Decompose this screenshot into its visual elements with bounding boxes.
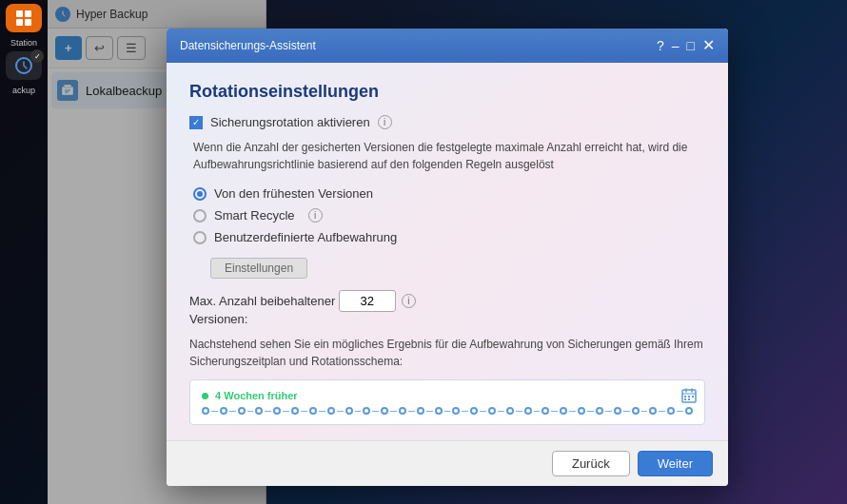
- t14: [435, 407, 443, 415]
- taskbar-station[interactable]: Station: [0, 0, 48, 48]
- t25: [632, 407, 640, 415]
- t17: [488, 407, 496, 415]
- t2: [220, 407, 227, 415]
- tl14: [444, 411, 451, 412]
- tl7: [319, 411, 325, 412]
- radio-smart[interactable]: Smart Recycle i: [193, 208, 705, 223]
- svg-rect-1: [25, 10, 31, 17]
- svg-rect-2: [16, 19, 23, 26]
- t8: [327, 407, 335, 415]
- timeline-dot-green: [202, 393, 208, 399]
- radio-earliest[interactable]: Von den frühesten Versionen: [193, 186, 705, 201]
- max-versions-label: Max. Anzahl beibehaltener: [189, 294, 335, 308]
- tl22: [587, 411, 594, 412]
- tl4: [265, 411, 271, 412]
- svg-rect-11: [692, 396, 694, 397]
- tl9: [355, 411, 362, 412]
- dialog-section-title: Rotationseinstellungen: [189, 82, 705, 102]
- sicherungsrotation-row[interactable]: ✓ Sicherungsrotation aktivieren i: [189, 115, 705, 129]
- radio-group: Von den frühesten Versionen Smart Recycl…: [189, 186, 705, 244]
- radio-custom-circle[interactable]: [193, 231, 207, 244]
- max-versions-info-icon[interactable]: i: [402, 294, 416, 308]
- tl15: [462, 411, 468, 412]
- tl26: [659, 411, 665, 412]
- t7: [309, 407, 317, 415]
- smart-recycle-info-icon[interactable]: i: [308, 208, 323, 223]
- t16: [470, 407, 478, 415]
- tl8: [337, 411, 344, 412]
- preview-text: Nachstehend sehen Sie ein mögliches Erge…: [189, 336, 705, 370]
- max-versions-input[interactable]: [339, 290, 396, 312]
- t22: [578, 407, 585, 415]
- svg-rect-13: [688, 398, 690, 400]
- dialog-minimize-button[interactable]: –: [672, 38, 680, 53]
- t11: [381, 407, 388, 415]
- dialog-footer: Zurück Weiter: [167, 440, 728, 486]
- sicherungsrotation-info-icon[interactable]: i: [378, 115, 392, 129]
- t18: [506, 407, 514, 415]
- tl1: [211, 411, 218, 412]
- radio-earliest-label: Von den frühesten Versionen: [214, 186, 373, 201]
- sicherungsrotation-checkbox[interactable]: ✓: [189, 116, 203, 129]
- settings-button[interactable]: Einstellungen: [210, 258, 307, 279]
- badge: ✓: [30, 49, 44, 63]
- back-button[interactable]: Zurück: [552, 451, 630, 476]
- tl11: [390, 411, 397, 412]
- dialog: Datensicherungs-Assistent ? – □ ✕ Rotati…: [167, 29, 728, 486]
- tl2: [229, 411, 236, 412]
- tl5: [283, 411, 289, 412]
- radio-smart-label: Smart Recycle: [214, 208, 295, 223]
- tl21: [569, 411, 576, 412]
- tl6: [301, 411, 307, 412]
- t1: [202, 407, 209, 415]
- taskbar: Station ✓ ackup: [0, 0, 48, 504]
- t3: [238, 407, 246, 415]
- tl20: [551, 411, 558, 412]
- tl12: [408, 411, 415, 412]
- taskbar-backup[interactable]: ✓ ackup: [0, 48, 48, 95]
- t13: [417, 407, 424, 415]
- timeline-track: [202, 407, 693, 415]
- tl19: [534, 411, 541, 412]
- tl24: [623, 411, 630, 412]
- station-label: Station: [10, 38, 37, 48]
- dialog-close-button[interactable]: ✕: [702, 38, 715, 53]
- versions-label: Versionen:: [189, 312, 247, 326]
- t4: [255, 407, 263, 415]
- backup-app-icon: ✓: [6, 51, 42, 80]
- t15: [452, 407, 460, 415]
- dialog-question-button[interactable]: ?: [657, 38, 664, 53]
- svg-rect-3: [25, 19, 31, 26]
- timeline-box: 4 Wochen früher: [189, 379, 705, 425]
- calendar-icon-button[interactable]: [681, 388, 697, 407]
- t26: [649, 407, 657, 415]
- radio-smart-circle[interactable]: [193, 209, 207, 223]
- radio-earliest-circle[interactable]: [193, 187, 207, 201]
- tl10: [372, 411, 379, 412]
- t27: [667, 407, 675, 415]
- dialog-maximize-button[interactable]: □: [687, 38, 695, 53]
- station-icon: [6, 4, 42, 32]
- t24: [614, 407, 621, 415]
- tl17: [498, 411, 504, 412]
- t19: [524, 407, 532, 415]
- tl18: [516, 411, 522, 412]
- svg-rect-12: [684, 398, 686, 400]
- tl27: [677, 411, 683, 412]
- backup-label: ackup: [12, 86, 35, 95]
- dialog-header: Datensicherungs-Assistent ? – □ ✕: [167, 29, 728, 63]
- tl3: [247, 411, 254, 412]
- t21: [560, 407, 567, 415]
- svg-rect-10: [688, 396, 690, 397]
- preview-section: Nachstehend sehen Sie ein mögliches Erge…: [189, 336, 705, 425]
- modal-overlay: Datensicherungs-Assistent ? – □ ✕ Rotati…: [48, 0, 847, 504]
- t28: [685, 407, 693, 415]
- t23: [596, 407, 603, 415]
- dialog-body: Rotationseinstellungen ✓ Sicherungsrotat…: [167, 63, 728, 440]
- svg-rect-9: [684, 396, 686, 397]
- radio-custom[interactable]: Benutzerdefinierte Aufbewahrung: [193, 230, 705, 244]
- next-button[interactable]: Weiter: [638, 451, 713, 476]
- radio-custom-label: Benutzerdefinierte Aufbewahrung: [214, 230, 397, 244]
- description-text: Wenn die Anzahl der gesicherten Versione…: [189, 139, 705, 173]
- max-versions-row: Max. Anzahl beibehaltener i: [189, 290, 705, 312]
